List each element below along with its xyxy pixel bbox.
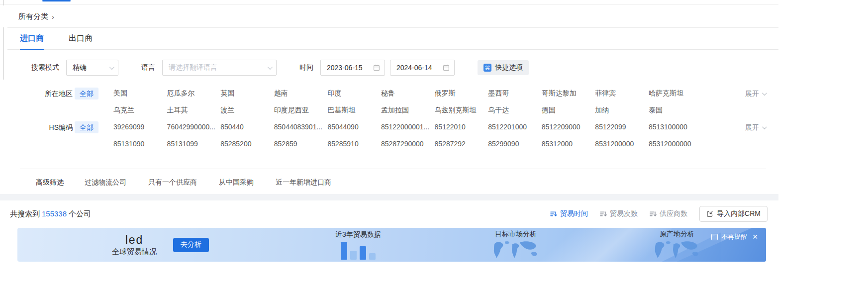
end-date-input[interactable]: 2024-06-14 bbox=[390, 60, 455, 76]
target-market-section: 目标市场分析 bbox=[488, 230, 544, 260]
region-option[interactable]: 菲律宾 bbox=[595, 88, 649, 98]
search-mode-select[interactable]: 精确 bbox=[66, 60, 118, 76]
sort-option[interactable]: 贸易次数 bbox=[600, 209, 638, 218]
hs-all-chip[interactable]: 全部 bbox=[75, 121, 98, 133]
trade-stats-title: 近3年贸易数据 bbox=[330, 230, 386, 239]
tabbar: 进口商出口商 bbox=[7, 28, 778, 50]
language-select[interactable]: 请选择翻译语言 bbox=[162, 60, 277, 76]
region-option[interactable]: 美国 bbox=[113, 88, 167, 98]
import-icon bbox=[706, 210, 713, 217]
dismiss-checkbox[interactable] bbox=[711, 234, 718, 240]
hs-code-option[interactable]: 85044090 bbox=[327, 121, 381, 132]
region-option[interactable]: 波兰 bbox=[220, 104, 274, 115]
import-crm-button[interactable]: 导入内部CRM bbox=[699, 206, 768, 222]
bar-chart-icon bbox=[330, 241, 386, 260]
region-option[interactable]: 德国 bbox=[542, 104, 595, 115]
results-header: 共搜索到155338个公司 贸易时间 贸易次数 bbox=[0, 200, 778, 226]
hs-code-option[interactable]: 39269099 bbox=[113, 121, 167, 132]
region-option[interactable]: 英国 bbox=[220, 88, 274, 98]
hs-code-option[interactable]: 85131090 bbox=[113, 138, 167, 149]
world-map-icon bbox=[488, 240, 544, 260]
hs-code-option[interactable]: 85312000 bbox=[542, 138, 595, 149]
region-facet: 所在地区 全部 美国厄瓜多尔英国越南印度秘鲁俄罗斯墨西哥哥斯达黎加菲律宾哈萨克斯… bbox=[7, 88, 778, 115]
hs-row-1: 3926909976042990000...85044085044083901.… bbox=[113, 121, 702, 132]
hs-code-option[interactable]: 85312000000 bbox=[649, 138, 702, 149]
command-icon: ⌘ bbox=[483, 64, 491, 72]
region-expand-link[interactable]: 展开 bbox=[745, 88, 766, 99]
hs-code-option[interactable]: 8512201000 bbox=[488, 121, 542, 132]
hs-code-option[interactable]: 76042990000... bbox=[167, 121, 221, 132]
top-cutoff-tabbar bbox=[0, 0, 778, 5]
tab[interactable]: 出口商 bbox=[69, 28, 93, 50]
region-option[interactable]: 印度尼西亚 bbox=[274, 104, 328, 115]
hs-code-option[interactable]: 850440 bbox=[220, 121, 274, 132]
search-mode-label: 搜索模式 bbox=[31, 63, 59, 72]
region-option[interactable]: 乌干达 bbox=[488, 104, 542, 115]
sort-items: 贸易时间 贸易次数 供应商数 bbox=[550, 209, 699, 218]
sort-option[interactable]: 供应商数 bbox=[650, 209, 687, 218]
advanced-option[interactable]: 近一年新增进口商 bbox=[276, 178, 331, 187]
region-option[interactable]: 俄罗斯 bbox=[435, 88, 488, 98]
sort-icon bbox=[600, 210, 607, 217]
hs-code-option[interactable]: 85285910 bbox=[327, 138, 381, 149]
advanced-option[interactable]: 过滤物流公司 bbox=[85, 178, 126, 187]
region-option[interactable]: 泰国 bbox=[649, 104, 702, 115]
region-option[interactable]: 乌兹别克斯坦 bbox=[435, 104, 488, 115]
results-section: 共搜索到155338个公司 贸易时间 贸易次数 bbox=[0, 200, 778, 294]
tab[interactable]: 进口商 bbox=[20, 28, 44, 50]
quick-options-button[interactable]: ⌘ 快捷选项 bbox=[478, 60, 529, 75]
hs-code-option[interactable]: 85287292 bbox=[435, 138, 488, 149]
results-count: 共搜索到155338个公司 bbox=[10, 209, 91, 219]
region-option[interactable]: 哥斯达黎加 bbox=[542, 88, 595, 98]
advanced-option[interactable]: 只有一个供应商 bbox=[148, 178, 197, 187]
search-keyword: led bbox=[110, 233, 158, 246]
hs-expand-link[interactable]: 展开 bbox=[745, 121, 766, 133]
active-tab-indicator bbox=[42, 0, 71, 1]
region-option[interactable]: 土耳其 bbox=[167, 104, 221, 115]
advanced-option[interactable]: 从中国采购 bbox=[219, 178, 254, 187]
hs-code-option[interactable]: 85122000001... bbox=[381, 121, 435, 132]
chart-bar bbox=[369, 253, 376, 260]
hs-code-option[interactable]: 85122099 bbox=[595, 121, 649, 132]
chevron-down-icon bbox=[762, 91, 767, 96]
advanced-filter-row: 高级筛选 过滤物流公司只有一个供应商从中国采购近一年新增进口商 bbox=[7, 178, 778, 187]
analyze-button[interactable]: 去分析 bbox=[173, 238, 209, 252]
hs-code-option[interactable]: 85122010 bbox=[435, 121, 488, 132]
results-count-number: 155338 bbox=[42, 209, 67, 218]
region-option[interactable]: 哈萨克斯坦 bbox=[649, 88, 702, 98]
hs-code-option[interactable]: 85131099 bbox=[167, 138, 221, 149]
hs-code-option[interactable]: 85285200 bbox=[220, 138, 274, 149]
sort-icon bbox=[650, 210, 657, 217]
region-option[interactable]: 加纳 bbox=[595, 104, 649, 115]
hs-code-option[interactable]: 85287290000 bbox=[381, 138, 435, 149]
region-option[interactable]: 厄瓜多尔 bbox=[167, 88, 221, 98]
close-icon[interactable]: ✕ bbox=[752, 234, 758, 240]
region-label: 所在地区 bbox=[36, 88, 73, 99]
region-option[interactable]: 乌克兰 bbox=[113, 104, 167, 115]
breadcrumb[interactable]: 所有分类 › bbox=[18, 12, 54, 21]
region-option[interactable]: 巴基斯坦 bbox=[327, 104, 381, 115]
region-option[interactable]: 越南 bbox=[274, 88, 328, 98]
region-all-chip[interactable]: 全部 bbox=[75, 88, 98, 99]
hs-code-option[interactable]: 85299090 bbox=[488, 138, 542, 149]
time-label: 时间 bbox=[299, 63, 313, 72]
advanced-filter-label: 高级筛选 bbox=[36, 178, 64, 187]
hs-code-option[interactable]: 8531200000 bbox=[595, 138, 649, 149]
region-option[interactable]: 孟加拉国 bbox=[381, 104, 435, 115]
start-date-input[interactable]: 2023-06-15 bbox=[320, 60, 385, 76]
hs-code-facet: HS编码 全部 3926909976042990000...8504408504… bbox=[7, 121, 778, 149]
hs-code-option[interactable]: 8512209000 bbox=[542, 121, 595, 132]
region-option[interactable]: 秘鲁 bbox=[381, 88, 435, 98]
region-option[interactable]: 墨西哥 bbox=[488, 88, 542, 98]
hs-code-option[interactable]: 8513100000 bbox=[649, 121, 702, 132]
region-option[interactable]: 印度 bbox=[327, 88, 381, 98]
dismiss-group: 不再提醒 ✕ bbox=[711, 232, 758, 241]
origin-title: 原产地分析 bbox=[649, 230, 705, 239]
chart-bar bbox=[341, 242, 347, 260]
hs-code-option[interactable]: 852859 bbox=[274, 138, 328, 149]
hs-code-option[interactable]: 85044083901... bbox=[274, 121, 328, 132]
page: 所有分类 › 进口商出口商 搜索模式 精确 语言 请选择翻译语言 时间 2023… bbox=[0, 0, 868, 294]
chart-bar bbox=[350, 251, 357, 260]
sort-option[interactable]: 贸易时间 bbox=[550, 209, 588, 218]
chevron-down-icon bbox=[268, 65, 273, 70]
